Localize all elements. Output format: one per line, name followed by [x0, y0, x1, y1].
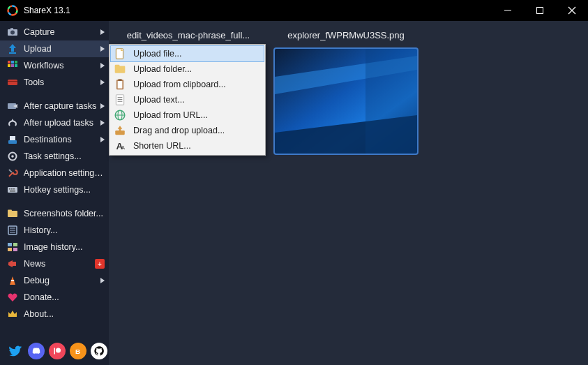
folder-icon: [7, 208, 18, 219]
sidebar-item-after-upload[interactable]: After upload tasks: [0, 114, 109, 131]
sidebar-item-label: Workflows: [24, 61, 99, 70]
sidebar-item-image-history[interactable]: Image history...: [0, 239, 109, 255]
content-area[interactable]: edit_videos_mac-phrase_full... explorer_…: [109, 21, 588, 365]
svg-rect-12: [9, 52, 16, 54]
sidebar-item-hotkey-settings[interactable]: Hotkey settings...: [0, 181, 109, 198]
sidebar-item-donate[interactable]: Donate...: [0, 289, 109, 306]
sidebar-item-label: Task settings...: [24, 151, 105, 161]
submenu-item-upload-text[interactable]: Upload text...: [111, 92, 264, 107]
submenu-item-label: Shorten URL...: [133, 141, 191, 151]
discord-button[interactable]: [28, 343, 45, 359]
svg-rect-52: [11, 280, 14, 281]
twitter-button[interactable]: [7, 343, 24, 359]
svg-marker-31: [100, 137, 105, 142]
maximize-button[interactable]: [524, 0, 556, 21]
svg-rect-36: [11, 188, 13, 190]
sidebar: Capture Upload Workflows Tools: [0, 21, 109, 365]
sidebar-item-screenshots-folder[interactable]: Screenshots folder...: [0, 205, 109, 222]
chevron-right-icon: [99, 120, 105, 126]
file-item[interactable]: explorer_fWPRMwU3SS.png: [272, 28, 420, 154]
svg-rect-46: [13, 243, 17, 246]
file-name: explorer_fWPRMwU3SS.png: [272, 28, 420, 43]
sidebar-item-label: Application settings...: [24, 168, 105, 178]
after-capture-icon: [7, 100, 18, 112]
svg-rect-19: [15, 64, 17, 67]
svg-rect-29: [8, 140, 17, 144]
sidebar-item-destinations[interactable]: Destinations: [0, 131, 109, 148]
crown-icon: [7, 308, 18, 320]
bitcoin-button[interactable]: B: [70, 343, 86, 359]
submenu-item-shorten-url[interactable]: AA Shorten URL...: [111, 138, 264, 154]
sidebar-item-label: After capture tasks: [24, 101, 99, 111]
folder-icon: [114, 63, 126, 75]
svg-rect-48: [13, 248, 17, 251]
sidebar-item-label: Destinations: [24, 135, 99, 144]
megaphone-icon: [7, 258, 18, 269]
sidebar-item-label: Capture: [24, 27, 99, 37]
svg-rect-22: [8, 81, 17, 82]
svg-rect-47: [8, 248, 12, 251]
svg-rect-40: [8, 210, 12, 212]
submenu-item-label: Upload text...: [133, 95, 185, 105]
sidebar-item-app-settings[interactable]: Application settings...: [0, 165, 109, 181]
chevron-right-icon: [99, 103, 105, 109]
sidebar-item-about[interactable]: About...: [0, 306, 109, 322]
svg-marker-20: [100, 63, 105, 68]
chevron-right-icon: [99, 137, 105, 142]
svg-point-8: [10, 31, 15, 35]
sidebar-item-after-capture[interactable]: After capture tasks: [0, 98, 109, 114]
sidebar-item-task-settings[interactable]: Task settings...: [0, 148, 109, 165]
sidebar-item-label: Image history...: [24, 242, 105, 252]
sidebar-item-label: Screenshots folder...: [24, 209, 105, 218]
submenu-item-upload-file[interactable]: Upload file...: [111, 46, 264, 61]
svg-marker-10: [100, 29, 105, 35]
submenu-item-upload-url[interactable]: Upload from URL...: [111, 107, 264, 123]
svg-marker-53: [100, 278, 105, 283]
svg-rect-38: [10, 191, 15, 192]
file-thumbnail: [275, 49, 417, 154]
sidebar-item-label: About...: [24, 309, 105, 319]
titlebar[interactable]: ShareX 13.1: [0, 0, 588, 21]
patreon-button[interactable]: [49, 343, 66, 359]
sidebar-item-workflows[interactable]: Workflows: [0, 57, 109, 74]
social-bar: B: [0, 337, 109, 365]
svg-marker-77: [118, 126, 123, 131]
close-button[interactable]: [556, 0, 588, 21]
submenu-item-drag-drop[interactable]: Drag and drop upload...: [111, 123, 264, 138]
heart-icon: [7, 292, 18, 303]
svg-marker-11: [9, 44, 16, 52]
svg-rect-45: [8, 243, 12, 246]
sidebar-item-history[interactable]: History...: [0, 222, 109, 239]
submenu-item-upload-clipboard[interactable]: Upload from clipboard...: [111, 77, 264, 92]
shorten-icon: AA: [114, 140, 126, 152]
svg-rect-34: [8, 187, 17, 193]
svg-rect-30: [10, 136, 15, 140]
svg-rect-14: [8, 61, 10, 64]
sidebar-item-tools[interactable]: Tools: [0, 74, 109, 91]
submenu-item-label: Drag and drop upload...: [133, 126, 225, 135]
upload-submenu: Upload file... Upload folder... Upload f…: [109, 44, 266, 156]
file-item[interactable]: edit_videos_mac-phrase_full...: [114, 28, 262, 43]
sidebar-item-debug[interactable]: Debug: [0, 272, 109, 289]
news-badge: +: [95, 259, 105, 269]
sharex-app-icon: [7, 5, 18, 16]
submenu-item-label: Upload file...: [133, 49, 181, 59]
svg-marker-23: [100, 80, 105, 85]
sidebar-item-capture[interactable]: Capture: [0, 24, 109, 40]
svg-rect-17: [8, 64, 10, 67]
svg-rect-65: [115, 65, 120, 67]
svg-marker-27: [11, 119, 14, 121]
upload-icon: [7, 43, 18, 54]
keyboard-icon: [7, 184, 18, 195]
submenu-item-label: Upload from URL...: [133, 110, 208, 120]
svg-marker-13: [100, 46, 105, 52]
gear-icon: [7, 151, 18, 162]
file-name: edit_videos_mac-phrase_full...: [114, 28, 262, 43]
minimize-button[interactable]: [492, 0, 524, 21]
github-button[interactable]: [91, 343, 107, 359]
sidebar-item-label: Tools: [24, 77, 99, 87]
sidebar-item-upload[interactable]: Upload: [0, 40, 109, 57]
submenu-item-upload-folder[interactable]: Upload folder...: [111, 61, 264, 77]
image-history-icon: [7, 241, 18, 253]
sidebar-item-news[interactable]: News +: [0, 255, 109, 272]
